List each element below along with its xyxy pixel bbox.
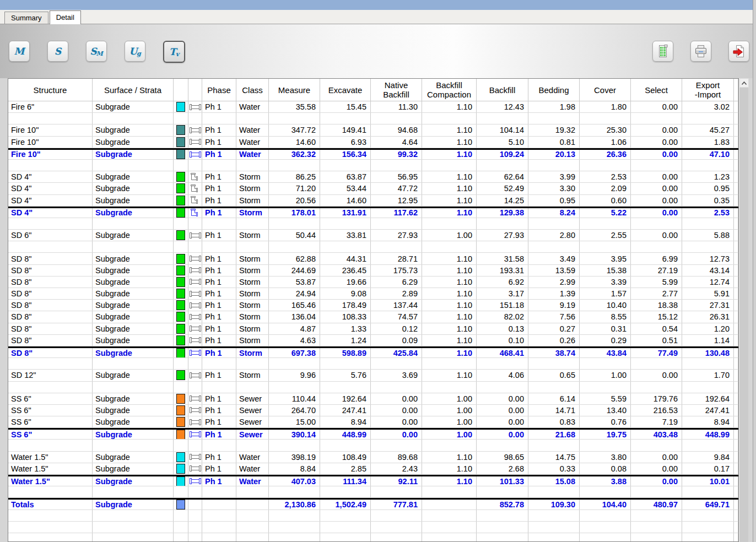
excavate-cell: 1.24 <box>320 335 371 346</box>
table-row[interactable]: SD 8"SubgradePh 1Storm53.8719.666.291.10… <box>8 277 738 288</box>
table-row[interactable]: SD 12"SubgradePh 1Storm9.965.763.691.104… <box>8 370 738 381</box>
export-import-cell: 192.64 <box>682 393 734 404</box>
column-header-backfill-compaction[interactable]: Backfill Compaction <box>422 79 477 101</box>
column-header-measure[interactable]: Measure <box>269 79 320 101</box>
backfill-cell: 62.64 <box>477 171 528 182</box>
table-row[interactable]: SS 6"SubgradePh 1Sewer264.70247.410.001.… <box>8 405 738 416</box>
column-header-phase[interactable]: Phase <box>202 79 236 101</box>
table-row[interactable]: SD 4"SubgradePh 1Storm86.2563.8756.951.1… <box>8 171 738 183</box>
backfill-cell: 101.33 <box>477 476 528 486</box>
table-row[interactable]: SD 8"SubgradePh 1Storm62.8844.3128.711.1… <box>8 253 738 264</box>
column-header-select[interactable]: Select <box>631 79 682 101</box>
cover-cell: 2.09 <box>580 183 631 194</box>
column-header-icon[interactable] <box>188 79 202 101</box>
empty-row <box>8 440 738 451</box>
table-row[interactable]: Water 1.5"SubgradePh 1Water398.19108.498… <box>8 452 738 463</box>
subtotal-row[interactable]: Water 1.5"SubgradePh 1Water407.03111.349… <box>8 475 738 486</box>
column-header-excavate[interactable]: Excavate <box>320 79 371 101</box>
select-cell: 0.00 <box>631 101 682 112</box>
color-swatch <box>176 150 185 159</box>
cover-cell: 0.76 <box>580 416 631 427</box>
bedding-cell: 1.39 <box>528 288 580 299</box>
select-cell: 0.00 <box>631 183 682 194</box>
spacer-cell <box>734 393 738 404</box>
backfill-cell <box>477 241 528 252</box>
class-cell: Water <box>236 137 269 148</box>
excavate-cell: 247.41 <box>320 405 371 416</box>
tv-view-button[interactable]: Tv <box>163 41 185 63</box>
table-row[interactable]: Fire 6"SubgradePh 1Water35.5815.4511.301… <box>8 101 738 113</box>
detail-table: Structure Surface / Strata Phase Class M… <box>8 78 739 542</box>
vertical-scrollbar[interactable] <box>739 78 748 542</box>
class-cell: Sewer <box>236 393 269 404</box>
column-header-swatch[interactable] <box>174 79 188 101</box>
spacer-cell <box>734 137 738 148</box>
excavate-cell: 598.89 <box>320 348 371 357</box>
column-header-cover[interactable]: Cover <box>580 79 631 101</box>
pipe-icon <box>189 231 202 240</box>
subtotal-row[interactable]: Fire 10"SubgradePh 1Water362.32156.3499.… <box>8 148 738 160</box>
excavate-cell <box>320 160 371 171</box>
measure-cell: 697.38 <box>269 348 320 357</box>
subtotal-row[interactable]: SD 4"SubgradePh 1Storm178.01131.91117.62… <box>8 207 738 218</box>
tab-detail[interactable]: Detail <box>50 10 81 24</box>
table-row[interactable]: SD 4"SubgradePh 1Storm20.5614.6012.951.1… <box>8 195 738 207</box>
backfill-compaction-cell <box>422 522 477 533</box>
column-header-export-import[interactable]: Export -Import <box>682 79 734 101</box>
table-row[interactable]: SD 8"SubgradePh 1Storm4.631.240.091.100.… <box>8 335 738 346</box>
ug-view-button[interactable]: Ug <box>125 41 145 62</box>
m-view-button[interactable]: M <box>9 41 30 62</box>
table-row[interactable]: Fire 10"SubgradePh 1Water347.72149.4194.… <box>8 124 738 136</box>
totals-row[interactable]: TotalsSubgrade2,130.861,502.49777.81852.… <box>8 498 738 510</box>
table-row[interactable]: Water 1.5"SubgradePh 1Water8.842.852.431… <box>8 463 738 475</box>
spacer-cell <box>734 440 738 451</box>
subtotal-row[interactable]: SS 6"SubgradePh 1Sewer390.14448.990.001.… <box>8 428 738 440</box>
column-header-native-backfill[interactable]: Native Backfill <box>371 79 422 101</box>
table-row[interactable]: SD 6"SubgradePh 1Storm50.4433.8127.931.0… <box>8 230 738 241</box>
export-button[interactable] <box>728 41 749 62</box>
structure-cell <box>8 440 93 451</box>
color-swatch-cell <box>174 300 188 311</box>
phase-cell: Ph 1 <box>202 370 236 381</box>
empty-row <box>8 510 738 522</box>
column-header-bedding[interactable]: Bedding <box>528 79 580 101</box>
backfill-compaction-cell <box>422 160 477 171</box>
select-cell: 0.00 <box>631 463 682 474</box>
backfill-compaction-cell: 1.10 <box>422 463 477 474</box>
surface-cell: Subgrade <box>93 137 174 148</box>
color-swatch-cell <box>174 463 188 474</box>
pipe-icon <box>189 266 202 274</box>
structure-cell: Fire 6" <box>8 101 93 112</box>
cover-cell: 1.57 <box>580 288 631 299</box>
spreadsheet-icon <box>656 44 669 58</box>
table-row[interactable]: SD 4"SubgradePh 1Storm71.2053.4447.721.1… <box>8 183 738 194</box>
table-row[interactable]: SD 8"SubgradePh 1Storm24.949.082.891.103… <box>8 288 738 300</box>
color-swatch-cell <box>174 208 188 218</box>
native-backfill-cell: 56.95 <box>371 171 422 182</box>
column-header-structure[interactable]: Structure <box>8 79 93 101</box>
table-row[interactable]: SD 8"SubgradePh 1Storm165.46178.49137.44… <box>8 300 738 311</box>
measure-cell: 398.19 <box>269 452 320 463</box>
table-row[interactable]: SD 8"SubgradePh 1Storm244.69236.45175.73… <box>8 265 738 277</box>
pipe-icon <box>189 418 202 426</box>
bedding-cell <box>528 522 580 533</box>
table-row[interactable]: SD 8"SubgradePh 1Storm4.871.330.121.100.… <box>8 323 738 335</box>
table-row[interactable]: SD 8"SubgradePh 1Storm136.04108.3374.571… <box>8 311 738 323</box>
table-row[interactable]: SS 6"SubgradePh 1Sewer15.008.940.001.000… <box>8 416 738 428</box>
tab-summary[interactable]: Summary <box>4 12 48 24</box>
print-button[interactable] <box>690 41 711 62</box>
subtotal-row[interactable]: SD 8"SubgradePh 1Storm697.38598.89425.84… <box>8 346 738 358</box>
class-cell: Water <box>236 463 269 474</box>
table-row[interactable]: SS 6"SubgradePh 1Sewer110.44192.640.001.… <box>8 393 738 405</box>
phase-cell: Ph 1 <box>202 230 236 241</box>
column-header-surface-strata[interactable]: Surface / Strata <box>93 79 174 101</box>
excavate-cell <box>320 241 371 252</box>
scroll-up-button[interactable] <box>739 78 749 88</box>
column-header-class[interactable]: Class <box>236 79 269 101</box>
s-view-button[interactable]: S <box>47 41 68 62</box>
table-row[interactable]: Fire 10"SubgradePh 1Water14.606.934.641.… <box>8 137 738 148</box>
sm-view-button[interactable]: SM <box>86 41 107 62</box>
spreadsheet-export-button[interactable] <box>652 41 673 62</box>
column-header-backfill[interactable]: Backfill <box>477 79 528 101</box>
bedding-cell: 15.08 <box>528 476 580 486</box>
